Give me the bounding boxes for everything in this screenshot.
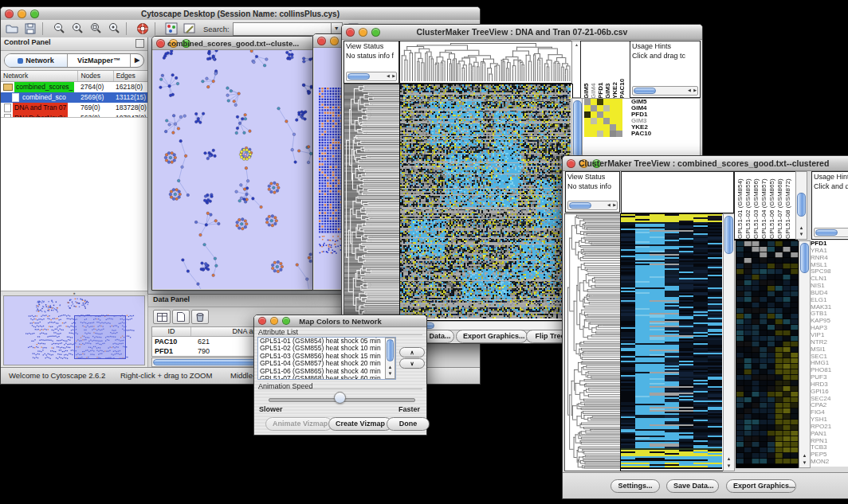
tv1-array-dendrogram-canvas[interactable] [400, 41, 571, 81]
column-label[interactable]: GPL51-06 (GSM865) [768, 174, 775, 239]
table-row[interactable]: DNA and Tran 07 769(0) 183728(0) [1, 103, 147, 113]
column-label[interactable]: GPL51-07 (GSM868) [776, 174, 783, 239]
tv1-heatmap[interactable] [399, 84, 573, 321]
zoom-in-icon[interactable] [70, 21, 84, 36]
file-icon [12, 93, 19, 102]
tv1-usage-hints: Usage Hints Click and drag tc ◀ ▶ [630, 41, 701, 98]
window-title: combined_scores_good.txt--cluste... [152, 39, 314, 48]
tv2-gene-dendrogram[interactable] [564, 213, 622, 471]
column-label[interactable]: GPL51-01 (GSM854) [736, 174, 744, 239]
attribute-list-scrollbar[interactable]: ▲▼ [385, 338, 395, 379]
tv2-collabel-scrollbar[interactable]: ▲▼ [795, 171, 807, 240]
tv1-gene-dendrogram[interactable] [344, 84, 401, 321]
tv1-titlebar[interactable]: ClusterMaker TreeView : DNA and Tran 07-… [342, 25, 702, 40]
tv1-gene-dendrogram-canvas[interactable] [344, 84, 400, 318]
status-hint-zoom: Right-click + drag to ZOOM [120, 371, 212, 380]
gene-label[interactable]: MON2 [811, 459, 848, 466]
column-label[interactable]: GPL51-04 (GSM857) [760, 174, 768, 239]
save-data-button[interactable]: Save Data... [666, 479, 719, 493]
tv2-heatmap-canvas[interactable] [621, 214, 722, 469]
column-label[interactable]: GPL51-02 (GSM855) [744, 174, 752, 239]
slower-label: Slower [259, 405, 283, 413]
folder-icon [3, 84, 13, 91]
open-file-icon[interactable] [5, 21, 19, 36]
column-label[interactable]: GIM3 [604, 43, 610, 99]
tv2-heatmap[interactable] [620, 213, 724, 471]
tv2-status-scrollbar[interactable]: ◀ ▶ [567, 201, 618, 210]
help-lifering-icon[interactable] [135, 21, 150, 36]
tab-vizmapper[interactable]: VizMapper™ [67, 54, 130, 67]
table-row-selected[interactable]: combined_sco 2569(6) 13112(15) [1, 92, 147, 103]
annotation-icon[interactable] [183, 21, 197, 36]
create-vizmap-button[interactable]: Create Vizmap [328, 417, 392, 431]
tv2-array-dendrogram[interactable] [621, 171, 734, 213]
delete-attribute-icon[interactable] [191, 310, 209, 324]
column-label[interactable]: GIM5 [583, 43, 589, 99]
tv1-row-labels: GIM5GIM4PFD1GIM3YKE2PAC10 [631, 99, 651, 137]
animate-vizmap-button[interactable]: Animate Vizmap [265, 417, 332, 431]
vizmapper-palette-icon[interactable] [164, 21, 179, 36]
column-label[interactable]: GPL51-03 (GSM856) [752, 174, 760, 239]
table-row[interactable]: combined_scores_ 2764(0) 16218(0) [1, 82, 147, 92]
zoom-out-icon[interactable] [52, 21, 66, 36]
control-panel-header: Control Panel [1, 37, 147, 51]
export-graphics-button[interactable]: Export Graphics... [456, 330, 528, 343]
save-icon[interactable] [23, 21, 37, 36]
animation-speed-slider-thumb[interactable] [334, 392, 346, 404]
tab-overflow-arrow[interactable]: ▶ [130, 54, 143, 67]
tab-network[interactable]: Network [5, 54, 67, 67]
column-label[interactable]: YKE2 [611, 43, 618, 99]
treeview2-window: ClusterMaker TreeView : combined_scores_… [562, 155, 848, 499]
column-label[interactable]: GIM4 [590, 43, 596, 99]
attribute-list-item[interactable]: GPL51-07 (GSM868) heat shock 60 min [258, 375, 395, 380]
dialog-titlebar[interactable]: Map Colors to Network [254, 315, 426, 327]
file-icon [4, 104, 11, 112]
tv2-gene-dendrogram-canvas[interactable] [565, 214, 620, 469]
float-panel-icon[interactable] [135, 39, 144, 48]
close-button[interactable] [317, 37, 326, 45]
select-attributes-icon[interactable] [153, 310, 171, 324]
zoom-selected-icon[interactable] [107, 21, 121, 36]
zoom-fit-icon[interactable] [88, 21, 103, 36]
network-overview[interactable] [3, 295, 145, 365]
network-table: Network Nodes Edges combined_scores_ 276… [1, 70, 147, 123]
row-label[interactable]: PAC10 [631, 131, 651, 137]
column-label[interactable]: GPL51-08 (GSM872) [784, 174, 791, 239]
tv1-usage-scrollbar[interactable]: ◀ ▶ [632, 86, 698, 96]
tv2-titlebar[interactable]: ClusterMaker TreeView : combined_scores_… [563, 156, 848, 171]
window-title: ClusterMaker TreeView : combined_scores_… [579, 158, 848, 168]
tv2-usage-hints: Usage Hints Click and drag ◀ ▶ [811, 171, 848, 240]
tv2-button-bar: Settings... Save Data... Export Graphics… [563, 472, 848, 498]
column-label[interactable]: PFD1 [597, 43, 603, 99]
main-titlebar[interactable]: Cytoscape Desktop (Session Name: collins… [1, 7, 480, 21]
window-title: ClusterMaker TreeView : DNA and Tran 07-… [342, 27, 702, 37]
move-up-button[interactable]: ∧ [399, 347, 425, 357]
done-button[interactable]: Done [387, 417, 430, 431]
column-label[interactable]: PAC10 [618, 43, 625, 99]
tv2-genelist-scrollbar[interactable]: ▲▼ [799, 240, 811, 468]
window-title: Cytoscape Desktop (Session Name: collins… [1, 10, 480, 18]
minimize-button[interactable] [330, 37, 339, 45]
tv1-status-scrollbar[interactable]: ◀ ▶ [346, 72, 397, 81]
move-down-button[interactable]: ∨ [399, 358, 425, 369]
network-table-header: Network Nodes Edges [1, 70, 147, 82]
control-panel-tabs: Network VizMapper™ ▶ [4, 53, 144, 68]
tv1-zoom-heatmap-canvas[interactable] [584, 99, 622, 137]
new-attribute-icon[interactable] [172, 310, 190, 324]
net1-titlebar[interactable]: combined_scores_good.txt--cluste... [152, 37, 314, 50]
export-graphics-button[interactable]: Export Graphics... [726, 479, 796, 493]
network-canvas[interactable] [153, 50, 313, 289]
tv2-zoom-heatmap-canvas[interactable] [736, 241, 799, 466]
tv2-zoom-heatmap[interactable] [736, 240, 800, 468]
tv2-usage-scrollbar[interactable]: ◀ ▶ [814, 228, 848, 237]
tv2-vscrollbar[interactable]: ▲▼ [723, 213, 735, 471]
faster-label: Faster [398, 405, 420, 413]
tv1-column-labels: GIM5GIM4PFD1GIM3YKE2PAC10 [580, 41, 631, 100]
network-overview-canvas[interactable] [4, 296, 144, 363]
control-panel: Control Panel Network VizMapper™ ▶ Netwo… [1, 37, 148, 368]
settings-button[interactable]: Settings... [610, 479, 660, 493]
tv2-column-labels: GPL51-01 (GSM854)GPL51-02 (GSM855)GPL51-… [734, 171, 798, 240]
close-button[interactable] [567, 159, 575, 168]
status-hint-pan: Middle- [230, 371, 255, 380]
tv1-heatmap-canvas[interactable] [400, 84, 571, 318]
